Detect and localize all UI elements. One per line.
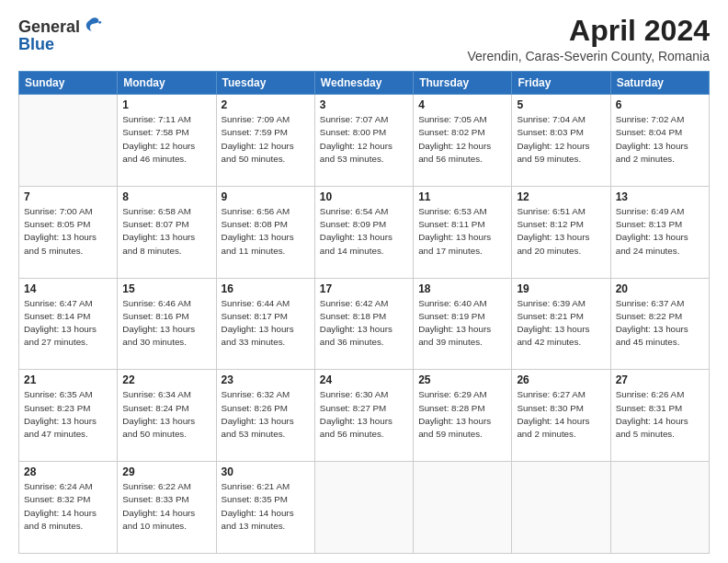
day-number: 7 (24, 190, 112, 203)
calendar-cell: 25Sunrise: 6:29 AMSunset: 8:28 PMDayligh… (414, 370, 512, 462)
day-number: 28 (24, 465, 112, 478)
day-info: Sunrise: 6:22 AMSunset: 8:33 PMDaylight:… (122, 480, 210, 533)
calendar-cell: 24Sunrise: 6:30 AMSunset: 8:27 PMDayligh… (314, 370, 413, 462)
day-number: 2 (222, 98, 310, 111)
calendar-cell: 2Sunrise: 7:09 AMSunset: 7:59 PMDaylight… (216, 95, 314, 187)
calendar-cell: 16Sunrise: 6:44 AMSunset: 8:17 PMDayligh… (216, 278, 314, 370)
calendar-cell: 20Sunrise: 6:37 AMSunset: 8:22 PMDayligh… (610, 278, 709, 370)
calendar-week-row: 14Sunrise: 6:47 AMSunset: 8:14 PMDayligh… (19, 278, 710, 370)
day-info: Sunrise: 6:42 AMSunset: 8:18 PMDaylight:… (320, 297, 408, 350)
calendar-cell: 29Sunrise: 6:22 AMSunset: 8:33 PMDayligh… (118, 462, 216, 554)
day-number: 5 (517, 98, 605, 111)
month-title: April 2024 (467, 15, 710, 47)
day-number: 4 (418, 98, 506, 111)
day-info: Sunrise: 6:37 AMSunset: 8:22 PMDaylight:… (616, 297, 704, 350)
day-info: Sunrise: 6:21 AMSunset: 8:35 PMDaylight:… (222, 480, 310, 533)
day-number: 15 (122, 282, 210, 295)
day-info: Sunrise: 6:26 AMSunset: 8:31 PMDaylight:… (616, 388, 704, 441)
day-number: 21 (24, 373, 112, 386)
col-tuesday: Tuesday (216, 72, 314, 95)
day-number: 25 (418, 373, 506, 386)
day-info: Sunrise: 6:29 AMSunset: 8:28 PMDaylight:… (418, 388, 506, 441)
col-thursday: Thursday (414, 72, 512, 95)
day-number: 8 (122, 190, 210, 203)
calendar-cell: 11Sunrise: 6:53 AMSunset: 8:11 PMDayligh… (414, 186, 512, 278)
calendar-cell (314, 462, 413, 554)
calendar-cell (610, 462, 709, 554)
day-info: Sunrise: 6:27 AMSunset: 8:30 PMDaylight:… (517, 388, 605, 441)
day-info: Sunrise: 6:32 AMSunset: 8:26 PMDaylight:… (222, 388, 310, 441)
day-number: 11 (418, 190, 506, 203)
day-number: 1 (122, 98, 210, 111)
day-number: 10 (320, 190, 408, 203)
location-subtitle: Verendin, Caras-Severin County, Romania (467, 49, 710, 63)
day-info: Sunrise: 6:49 AMSunset: 8:13 PMDaylight:… (616, 205, 704, 258)
day-info: Sunrise: 6:51 AMSunset: 8:12 PMDaylight:… (517, 205, 605, 258)
logo-blue-text: Blue (18, 35, 54, 54)
calendar-cell: 18Sunrise: 6:40 AMSunset: 8:19 PMDayligh… (414, 278, 512, 370)
col-wednesday: Wednesday (314, 72, 413, 95)
calendar-cell: 9Sunrise: 6:56 AMSunset: 8:08 PMDaylight… (216, 186, 314, 278)
day-number: 20 (616, 282, 704, 295)
day-number: 14 (24, 282, 112, 295)
day-number: 16 (222, 282, 310, 295)
col-saturday: Saturday (610, 72, 709, 95)
day-info: Sunrise: 6:56 AMSunset: 8:08 PMDaylight:… (222, 205, 310, 258)
logo: General Blue (18, 15, 102, 54)
calendar-cell (414, 462, 512, 554)
day-number: 18 (418, 282, 506, 295)
day-info: Sunrise: 6:46 AMSunset: 8:16 PMDaylight:… (122, 297, 210, 350)
calendar-cell: 15Sunrise: 6:46 AMSunset: 8:16 PMDayligh… (118, 278, 216, 370)
day-info: Sunrise: 7:09 AMSunset: 7:59 PMDaylight:… (222, 113, 310, 166)
day-number: 17 (320, 282, 408, 295)
calendar-cell: 26Sunrise: 6:27 AMSunset: 8:30 PMDayligh… (512, 370, 610, 462)
calendar-cell: 21Sunrise: 6:35 AMSunset: 8:23 PMDayligh… (19, 370, 118, 462)
day-info: Sunrise: 6:53 AMSunset: 8:11 PMDaylight:… (418, 205, 506, 258)
day-info: Sunrise: 7:04 AMSunset: 8:03 PMDaylight:… (517, 113, 605, 166)
day-info: Sunrise: 6:24 AMSunset: 8:32 PMDaylight:… (24, 480, 112, 533)
day-number: 24 (320, 373, 408, 386)
page: General Blue April 2024 Verendin, Caras-… (0, 0, 728, 563)
day-number: 9 (222, 190, 310, 203)
calendar-cell: 19Sunrise: 6:39 AMSunset: 8:21 PMDayligh… (512, 278, 610, 370)
day-info: Sunrise: 6:34 AMSunset: 8:24 PMDaylight:… (122, 388, 210, 441)
calendar-cell: 6Sunrise: 7:02 AMSunset: 8:04 PMDaylight… (610, 95, 709, 187)
header: General Blue April 2024 Verendin, Caras-… (18, 15, 710, 63)
day-info: Sunrise: 7:02 AMSunset: 8:04 PMDaylight:… (616, 113, 704, 166)
calendar-cell: 30Sunrise: 6:21 AMSunset: 8:35 PMDayligh… (216, 462, 314, 554)
calendar-week-row: 28Sunrise: 6:24 AMSunset: 8:32 PMDayligh… (19, 462, 710, 554)
day-number: 23 (222, 373, 310, 386)
calendar-cell: 13Sunrise: 6:49 AMSunset: 8:13 PMDayligh… (610, 186, 709, 278)
day-info: Sunrise: 6:58 AMSunset: 8:07 PMDaylight:… (122, 205, 210, 258)
logo-bird-icon (82, 15, 102, 39)
day-info: Sunrise: 6:30 AMSunset: 8:27 PMDaylight:… (320, 388, 408, 441)
day-info: Sunrise: 7:07 AMSunset: 8:00 PMDaylight:… (320, 113, 408, 166)
calendar-cell: 4Sunrise: 7:05 AMSunset: 8:02 PMDaylight… (414, 95, 512, 187)
day-info: Sunrise: 7:05 AMSunset: 8:02 PMDaylight:… (418, 113, 506, 166)
col-friday: Friday (512, 72, 610, 95)
calendar-week-row: 21Sunrise: 6:35 AMSunset: 8:23 PMDayligh… (19, 370, 710, 462)
day-info: Sunrise: 6:54 AMSunset: 8:09 PMDaylight:… (320, 205, 408, 258)
calendar-cell: 5Sunrise: 7:04 AMSunset: 8:03 PMDaylight… (512, 95, 610, 187)
day-info: Sunrise: 6:40 AMSunset: 8:19 PMDaylight:… (418, 297, 506, 350)
day-number: 19 (517, 282, 605, 295)
calendar-week-row: 1Sunrise: 7:11 AMSunset: 7:58 PMDaylight… (19, 95, 710, 187)
col-sunday: Sunday (19, 72, 118, 95)
calendar-cell: 8Sunrise: 6:58 AMSunset: 8:07 PMDaylight… (118, 186, 216, 278)
col-monday: Monday (118, 72, 216, 95)
day-number: 12 (517, 190, 605, 203)
calendar-cell: 12Sunrise: 6:51 AMSunset: 8:12 PMDayligh… (512, 186, 610, 278)
day-number: 6 (616, 98, 704, 111)
calendar-cell: 7Sunrise: 7:00 AMSunset: 8:05 PMDaylight… (19, 186, 118, 278)
day-number: 13 (616, 190, 704, 203)
calendar-cell: 27Sunrise: 6:26 AMSunset: 8:31 PMDayligh… (610, 370, 709, 462)
calendar-cell: 17Sunrise: 6:42 AMSunset: 8:18 PMDayligh… (314, 278, 413, 370)
day-info: Sunrise: 6:39 AMSunset: 8:21 PMDaylight:… (517, 297, 605, 350)
logo-general-text: General (18, 17, 80, 37)
day-info: Sunrise: 7:00 AMSunset: 8:05 PMDaylight:… (24, 205, 112, 258)
day-number: 29 (122, 465, 210, 478)
calendar-cell: 28Sunrise: 6:24 AMSunset: 8:32 PMDayligh… (19, 462, 118, 554)
day-info: Sunrise: 6:35 AMSunset: 8:23 PMDaylight:… (24, 388, 112, 441)
day-number: 30 (222, 465, 310, 478)
day-number: 26 (517, 373, 605, 386)
